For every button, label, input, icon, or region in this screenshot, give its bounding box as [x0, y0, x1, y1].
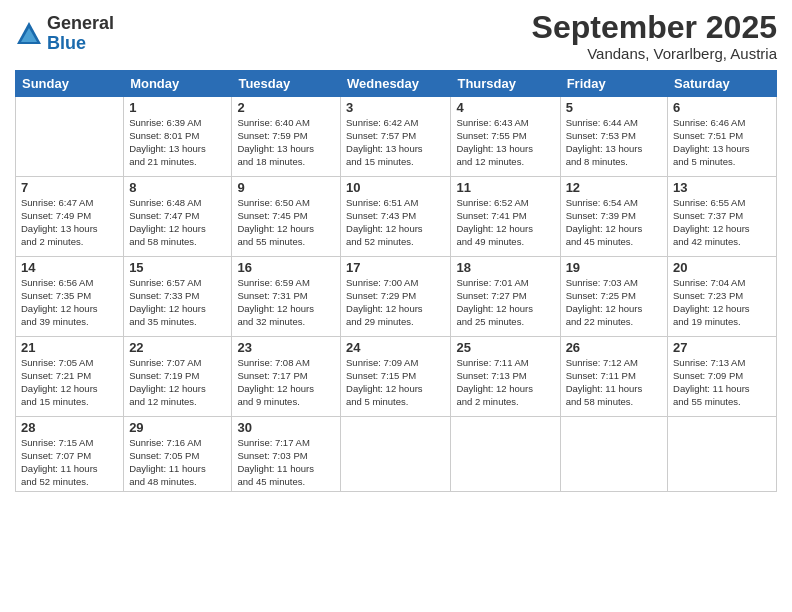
calendar-cell — [341, 417, 451, 492]
day-info: Sunrise: 7:07 AM Sunset: 7:19 PM Dayligh… — [129, 357, 226, 408]
calendar-cell: 25Sunrise: 7:11 AM Sunset: 7:13 PM Dayli… — [451, 337, 560, 417]
day-info: Sunrise: 7:00 AM Sunset: 7:29 PM Dayligh… — [346, 277, 445, 328]
calendar-cell: 28Sunrise: 7:15 AM Sunset: 7:07 PM Dayli… — [16, 417, 124, 492]
day-header-friday: Friday — [560, 71, 667, 97]
day-number: 16 — [237, 260, 335, 275]
day-info: Sunrise: 7:03 AM Sunset: 7:25 PM Dayligh… — [566, 277, 662, 328]
day-info: Sunrise: 6:57 AM Sunset: 7:33 PM Dayligh… — [129, 277, 226, 328]
day-number: 26 — [566, 340, 662, 355]
day-info: Sunrise: 7:01 AM Sunset: 7:27 PM Dayligh… — [456, 277, 554, 328]
day-info: Sunrise: 6:48 AM Sunset: 7:47 PM Dayligh… — [129, 197, 226, 248]
header: General Blue September 2025 Vandans, Vor… — [15, 10, 777, 62]
day-info: Sunrise: 7:05 AM Sunset: 7:21 PM Dayligh… — [21, 357, 118, 408]
calendar-cell: 15Sunrise: 6:57 AM Sunset: 7:33 PM Dayli… — [124, 257, 232, 337]
day-number: 22 — [129, 340, 226, 355]
day-info: Sunrise: 7:08 AM Sunset: 7:17 PM Dayligh… — [237, 357, 335, 408]
calendar-cell: 6Sunrise: 6:46 AM Sunset: 7:51 PM Daylig… — [668, 97, 777, 177]
day-number: 5 — [566, 100, 662, 115]
day-info: Sunrise: 6:52 AM Sunset: 7:41 PM Dayligh… — [456, 197, 554, 248]
calendar-cell: 4Sunrise: 6:43 AM Sunset: 7:55 PM Daylig… — [451, 97, 560, 177]
day-info: Sunrise: 7:17 AM Sunset: 7:03 PM Dayligh… — [237, 437, 335, 488]
day-number: 3 — [346, 100, 445, 115]
calendar-cell: 2Sunrise: 6:40 AM Sunset: 7:59 PM Daylig… — [232, 97, 341, 177]
day-number: 10 — [346, 180, 445, 195]
day-number: 12 — [566, 180, 662, 195]
day-header-saturday: Saturday — [668, 71, 777, 97]
calendar-cell — [16, 97, 124, 177]
day-number: 28 — [21, 420, 118, 435]
day-header-sunday: Sunday — [16, 71, 124, 97]
calendar-cell: 26Sunrise: 7:12 AM Sunset: 7:11 PM Dayli… — [560, 337, 667, 417]
day-number: 21 — [21, 340, 118, 355]
day-number: 4 — [456, 100, 554, 115]
day-number: 25 — [456, 340, 554, 355]
day-header-thursday: Thursday — [451, 71, 560, 97]
day-header-monday: Monday — [124, 71, 232, 97]
month-title: September 2025 — [532, 10, 777, 45]
logo-general: General — [47, 14, 114, 34]
logo-icon — [15, 20, 43, 48]
day-info: Sunrise: 6:39 AM Sunset: 8:01 PM Dayligh… — [129, 117, 226, 168]
calendar-cell: 9Sunrise: 6:50 AM Sunset: 7:45 PM Daylig… — [232, 177, 341, 257]
day-number: 9 — [237, 180, 335, 195]
day-number: 2 — [237, 100, 335, 115]
calendar-cell — [451, 417, 560, 492]
day-info: Sunrise: 6:42 AM Sunset: 7:57 PM Dayligh… — [346, 117, 445, 168]
day-number: 6 — [673, 100, 771, 115]
location: Vandans, Vorarlberg, Austria — [532, 45, 777, 62]
calendar-cell: 12Sunrise: 6:54 AM Sunset: 7:39 PM Dayli… — [560, 177, 667, 257]
day-info: Sunrise: 6:51 AM Sunset: 7:43 PM Dayligh… — [346, 197, 445, 248]
day-header-tuesday: Tuesday — [232, 71, 341, 97]
logo-blue: Blue — [47, 34, 114, 54]
day-number: 24 — [346, 340, 445, 355]
calendar-cell: 7Sunrise: 6:47 AM Sunset: 7:49 PM Daylig… — [16, 177, 124, 257]
day-number: 14 — [21, 260, 118, 275]
week-row-4: 21Sunrise: 7:05 AM Sunset: 7:21 PM Dayli… — [16, 337, 777, 417]
day-number: 18 — [456, 260, 554, 275]
day-info: Sunrise: 7:12 AM Sunset: 7:11 PM Dayligh… — [566, 357, 662, 408]
day-number: 7 — [21, 180, 118, 195]
day-number: 17 — [346, 260, 445, 275]
day-info: Sunrise: 6:40 AM Sunset: 7:59 PM Dayligh… — [237, 117, 335, 168]
day-info: Sunrise: 6:47 AM Sunset: 7:49 PM Dayligh… — [21, 197, 118, 248]
day-number: 27 — [673, 340, 771, 355]
day-number: 20 — [673, 260, 771, 275]
day-info: Sunrise: 6:46 AM Sunset: 7:51 PM Dayligh… — [673, 117, 771, 168]
calendar-cell: 13Sunrise: 6:55 AM Sunset: 7:37 PM Dayli… — [668, 177, 777, 257]
week-row-2: 7Sunrise: 6:47 AM Sunset: 7:49 PM Daylig… — [16, 177, 777, 257]
day-number: 29 — [129, 420, 226, 435]
calendar-cell: 8Sunrise: 6:48 AM Sunset: 7:47 PM Daylig… — [124, 177, 232, 257]
calendar-cell: 5Sunrise: 6:44 AM Sunset: 7:53 PM Daylig… — [560, 97, 667, 177]
page: General Blue September 2025 Vandans, Vor… — [0, 0, 792, 612]
calendar-cell — [668, 417, 777, 492]
calendar-cell: 30Sunrise: 7:17 AM Sunset: 7:03 PM Dayli… — [232, 417, 341, 492]
day-number: 8 — [129, 180, 226, 195]
day-number: 30 — [237, 420, 335, 435]
calendar-cell: 22Sunrise: 7:07 AM Sunset: 7:19 PM Dayli… — [124, 337, 232, 417]
calendar: SundayMondayTuesdayWednesdayThursdayFrid… — [15, 70, 777, 492]
calendar-cell: 23Sunrise: 7:08 AM Sunset: 7:17 PM Dayli… — [232, 337, 341, 417]
day-header-wednesday: Wednesday — [341, 71, 451, 97]
day-info: Sunrise: 7:09 AM Sunset: 7:15 PM Dayligh… — [346, 357, 445, 408]
logo-text: General Blue — [47, 14, 114, 54]
day-info: Sunrise: 6:55 AM Sunset: 7:37 PM Dayligh… — [673, 197, 771, 248]
week-row-1: 1Sunrise: 6:39 AM Sunset: 8:01 PM Daylig… — [16, 97, 777, 177]
day-number: 11 — [456, 180, 554, 195]
day-info: Sunrise: 6:56 AM Sunset: 7:35 PM Dayligh… — [21, 277, 118, 328]
calendar-cell: 24Sunrise: 7:09 AM Sunset: 7:15 PM Dayli… — [341, 337, 451, 417]
calendar-cell: 21Sunrise: 7:05 AM Sunset: 7:21 PM Dayli… — [16, 337, 124, 417]
day-info: Sunrise: 6:50 AM Sunset: 7:45 PM Dayligh… — [237, 197, 335, 248]
day-number: 19 — [566, 260, 662, 275]
calendar-cell: 18Sunrise: 7:01 AM Sunset: 7:27 PM Dayli… — [451, 257, 560, 337]
day-number: 1 — [129, 100, 226, 115]
calendar-cell: 19Sunrise: 7:03 AM Sunset: 7:25 PM Dayli… — [560, 257, 667, 337]
day-number: 13 — [673, 180, 771, 195]
day-info: Sunrise: 7:04 AM Sunset: 7:23 PM Dayligh… — [673, 277, 771, 328]
day-info: Sunrise: 7:11 AM Sunset: 7:13 PM Dayligh… — [456, 357, 554, 408]
week-row-3: 14Sunrise: 6:56 AM Sunset: 7:35 PM Dayli… — [16, 257, 777, 337]
calendar-cell: 29Sunrise: 7:16 AM Sunset: 7:05 PM Dayli… — [124, 417, 232, 492]
day-info: Sunrise: 6:43 AM Sunset: 7:55 PM Dayligh… — [456, 117, 554, 168]
day-info: Sunrise: 6:59 AM Sunset: 7:31 PM Dayligh… — [237, 277, 335, 328]
calendar-cell: 17Sunrise: 7:00 AM Sunset: 7:29 PM Dayli… — [341, 257, 451, 337]
calendar-cell: 1Sunrise: 6:39 AM Sunset: 8:01 PM Daylig… — [124, 97, 232, 177]
